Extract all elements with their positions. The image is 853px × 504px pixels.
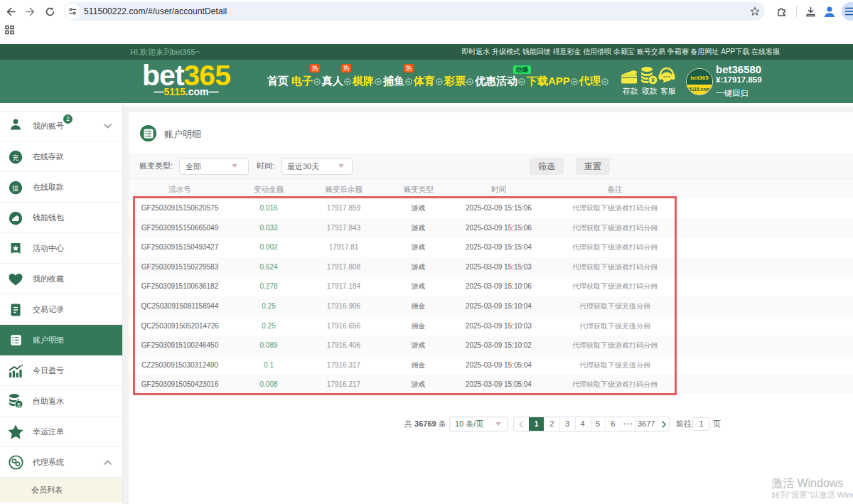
svg-text:$: $ <box>17 402 21 408</box>
svg-text:提: 提 <box>11 184 19 192</box>
svg-text:充: 充 <box>12 154 19 161</box>
